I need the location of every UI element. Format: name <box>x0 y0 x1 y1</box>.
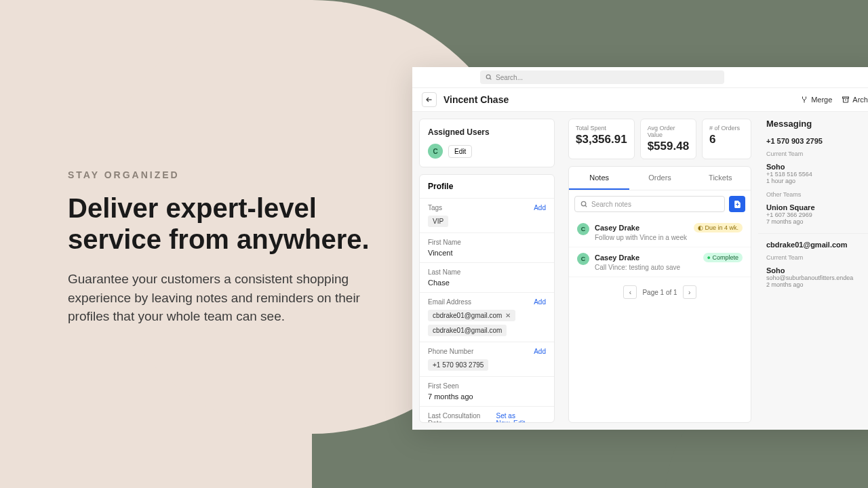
other-teams-label: Other Teams <box>758 188 868 199</box>
search-icon <box>580 201 588 208</box>
current-team-label-2: Current Team <box>758 251 868 262</box>
team-item-union-square[interactable]: Union Square +1 607 366 2969 7 months ag… <box>758 199 868 229</box>
lastconsult-label: Last Consultation Date <box>428 412 496 423</box>
due-badge: Due in 4 wk. <box>694 223 743 232</box>
back-button[interactable] <box>422 92 437 107</box>
search-input[interactable]: Search... <box>480 70 724 84</box>
note-text: Follow up with Vince in a week <box>595 234 743 241</box>
avatar[interactable]: C <box>428 144 443 159</box>
tab-tickets[interactable]: Tickets <box>690 167 751 190</box>
note-text: Call Vince: testing auto save <box>595 264 743 271</box>
svg-line-1 <box>490 78 491 79</box>
tags-label: Tags <box>428 204 442 211</box>
team-item-soho[interactable]: Soho +1 518 516 5564 1 hour ago <box>758 159 868 188</box>
svg-point-0 <box>486 75 490 79</box>
edit-assigned-button[interactable]: Edit <box>448 145 472 158</box>
merge-button[interactable]: Merge <box>800 96 832 104</box>
add-note-button[interactable] <box>729 196 745 212</box>
messaging-phone: +1 570 903 2795 <box>758 134 868 148</box>
page-title: Vincent Chase <box>443 94 509 105</box>
complete-badge: Complete <box>703 253 743 262</box>
add-tag-link[interactable]: Add <box>534 204 546 211</box>
svg-line-4 <box>585 205 587 206</box>
prev-page-button[interactable]: ‹ <box>623 285 637 299</box>
tab-notes[interactable]: Notes <box>569 167 629 190</box>
phone-label: Phone Number <box>428 348 473 355</box>
tag-vip[interactable]: VIP <box>428 216 448 227</box>
stats-row: Total Spent $3,356.91 Avg Order Value $5… <box>568 119 751 159</box>
note-author: Casey Drake <box>595 253 639 262</box>
stat-total-spent: Total Spent $3,356.91 <box>568 119 635 159</box>
next-page-button[interactable]: › <box>683 285 696 299</box>
search-placeholder: Search... <box>496 74 523 81</box>
profile-title: Profile <box>420 175 554 199</box>
eyebrow: STAY ORGANIZED <box>68 169 380 180</box>
note-add-icon <box>733 200 742 209</box>
messaging-email: cbdrake01@gmail.com <box>758 233 868 251</box>
current-team-label: Current Team <box>758 148 868 159</box>
pagination: ‹ Page 1 of 1 › <box>569 277 751 307</box>
edit-lastconsult-link[interactable]: Edit <box>513 420 525 423</box>
firstname-label: First Name <box>428 239 546 246</box>
assigned-title: Assigned Users <box>428 127 546 137</box>
messaging-title: Messaging <box>758 119 868 134</box>
archive-button[interactable]: Archive <box>842 96 868 104</box>
page-header: Vincent Chase Merge Archive <box>412 87 868 112</box>
search-icon <box>486 74 492 81</box>
app-window: Search... Vincent Chase Merge Archive As… <box>412 67 868 430</box>
team-item-soho-2[interactable]: Soho soho@suburbanoutfitters.endea 2 mon… <box>758 262 868 292</box>
page-indicator: Page 1 of 1 <box>642 289 677 296</box>
note-author: Casey Drake <box>595 224 639 232</box>
add-phone-link[interactable]: Add <box>534 348 546 355</box>
archive-icon <box>842 96 850 104</box>
assigned-users-card: Assigned Users C Edit <box>419 119 555 167</box>
subcopy: Guarantee your customers a consistent sh… <box>68 270 380 326</box>
email-label: Email Address <box>428 298 471 306</box>
stat-avg-order: Avg Order Value $559.48 <box>640 119 696 159</box>
merge-icon <box>800 96 808 104</box>
lastname-label: Last Name <box>428 268 546 276</box>
note-item[interactable]: C Casey DrakeComplete Call Vince: testin… <box>569 247 751 277</box>
profile-card: Profile TagsAdd VIP First Name Vincent L… <box>419 174 555 423</box>
firstseen-value: 7 months ago <box>428 392 546 401</box>
headline: Deliver expert-level service from anywhe… <box>68 192 380 255</box>
remove-email-icon[interactable]: ✕ <box>505 312 511 319</box>
messaging-panel: Messaging +1 570 903 2795 Current Team S… <box>758 112 868 430</box>
svg-rect-2 <box>843 97 849 98</box>
stat-order-count: # of Orders 6 <box>702 119 751 159</box>
notes-card: Notes Orders Tickets Search notes C <box>568 166 751 423</box>
firstseen-label: First Seen <box>428 382 546 390</box>
avatar: C <box>577 253 589 265</box>
arrow-left-icon <box>425 96 433 104</box>
email-pill-1[interactable]: cbdrake01@gmail.com✕ <box>428 310 515 321</box>
notes-search-input[interactable]: Search notes <box>574 196 725 212</box>
topbar: Search... <box>412 67 868 87</box>
set-as-now-link[interactable]: Set as Now <box>496 412 515 423</box>
phone-pill[interactable]: +1 570 903 2795 <box>428 359 488 371</box>
lastname-value: Chase <box>428 279 546 287</box>
tab-orders[interactable]: Orders <box>629 167 690 190</box>
marketing-copy: STAY ORGANIZED Deliver expert-level serv… <box>68 169 380 326</box>
email-pill-2[interactable]: cbdrake01@gmail.com <box>428 325 507 336</box>
note-item[interactable]: C Casey DrakeDue in 4 wk. Follow up with… <box>569 218 751 247</box>
avatar: C <box>577 223 589 235</box>
add-email-link[interactable]: Add <box>534 298 546 306</box>
firstname-value: Vincent <box>428 249 546 257</box>
svg-point-3 <box>581 201 585 205</box>
